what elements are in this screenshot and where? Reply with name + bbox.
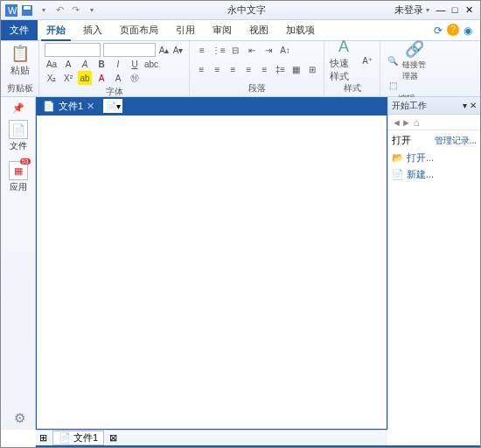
doc-icon: 📄: [9, 120, 28, 139]
doc-tab-active[interactable]: 📄文件1✕: [36, 98, 101, 115]
shading-icon[interactable]: ▦: [289, 62, 303, 76]
group-font: A▴ A▾ Aa A A B I U abc X₂ X² ab A A ㊕ 字体: [39, 41, 190, 96]
task-pane: 开始工作 ▾✕ ◄ ► ⌂ 打开 管理记录... 📂打开... 📄新建...: [387, 97, 480, 430]
font-color-icon[interactable]: A: [94, 71, 108, 85]
menu-bar: 文件 开始 插入 页面布局 引用 审阅 视图 加载项 ⟳ ? ◉: [1, 20, 480, 41]
tab-addin[interactable]: 加载项: [277, 20, 324, 40]
line-spacing-icon[interactable]: ‡≡: [274, 62, 287, 76]
distribute-icon[interactable]: ≡: [258, 62, 271, 76]
justify-icon[interactable]: ≡: [242, 62, 255, 76]
back-icon[interactable]: ◄: [392, 117, 401, 128]
new-tab-button[interactable]: 📄▾: [103, 99, 122, 113]
app-icon: W: [4, 4, 18, 18]
refresh-icon[interactable]: ⟳: [431, 24, 445, 38]
font-size-combo[interactable]: [103, 43, 156, 57]
find-icon[interactable]: 🔍: [386, 53, 400, 67]
align-text-icon[interactable]: A↕: [278, 43, 292, 57]
fwd-icon[interactable]: ►: [401, 117, 411, 128]
tab-close-icon[interactable]: ✕: [87, 101, 94, 112]
window-title: 永中文字: [99, 4, 394, 17]
qa-chevron-icon[interactable]: ▾: [85, 4, 99, 18]
sup-icon[interactable]: X²: [61, 71, 75, 85]
link-mgr-button[interactable]: 🔗链接管理器: [402, 43, 427, 78]
style-more-icon[interactable]: A⁺: [360, 53, 374, 67]
tab-view[interactable]: 视图: [240, 20, 277, 40]
tab-layout[interactable]: 页面布局: [111, 20, 167, 40]
login-status[interactable]: 未登录▾: [394, 4, 429, 17]
sidebar-item-app[interactable]: ▦53 应用: [6, 158, 31, 196]
expand-icon[interactable]: ⊞: [39, 432, 47, 444]
tab-home[interactable]: 开始: [38, 20, 74, 40]
svg-rect-3: [24, 6, 31, 10]
highlight-icon[interactable]: ab: [78, 71, 92, 85]
doc-tab-bar: 📄文件1✕ 📄▾: [36, 97, 387, 115]
italic-icon[interactable]: I: [111, 57, 125, 71]
pane-close-icon[interactable]: ✕: [470, 101, 477, 110]
paste-button[interactable]: 📋粘贴: [6, 43, 34, 78]
doc-strip: ⊞ 📄文件1 ⊠: [36, 430, 387, 445]
new-item[interactable]: 📄新建...: [392, 166, 477, 183]
border-icon[interactable]: ⊞: [305, 62, 318, 76]
quick-access: W ▾ ↶ ↷ ▾: [1, 4, 99, 18]
case-icon[interactable]: A: [61, 57, 75, 71]
newdoc-icon: 📄: [392, 169, 404, 180]
title-bar: W ▾ ↶ ↷ ▾ 永中文字 未登录▾ — □ ✕: [1, 1, 480, 20]
document-canvas[interactable]: [36, 115, 387, 430]
underline-icon[interactable]: U: [128, 57, 142, 71]
manage-link[interactable]: 管理记录...: [435, 135, 477, 147]
folder-icon: 📂: [392, 152, 404, 164]
app-grid-icon: ▦53: [9, 161, 28, 180]
sub-icon[interactable]: X₂: [45, 71, 59, 85]
font-name-combo[interactable]: [45, 43, 101, 57]
select-icon[interactable]: ⬚: [386, 78, 400, 92]
undo-icon[interactable]: ↶: [52, 4, 66, 18]
pane-nav: ◄ ► ⌂: [388, 115, 480, 130]
outdent-icon[interactable]: ⇤: [245, 43, 259, 57]
group-clipboard: 📋粘贴 剪贴板: [1, 41, 39, 96]
sidebar-item-file[interactable]: 📄 文件: [6, 117, 31, 155]
open-item[interactable]: 📂打开...: [392, 150, 477, 166]
tab-file[interactable]: 文件: [1, 20, 38, 40]
side-nav: 📌 📄 文件 ▦53 应用 ⚙: [1, 97, 36, 430]
char-scale-icon[interactable]: A: [111, 71, 125, 85]
pin-icon[interactable]: 📌: [12, 102, 24, 114]
redo-icon[interactable]: ↷: [68, 4, 82, 18]
strip-close-icon[interactable]: ⊠: [109, 432, 117, 444]
align-right-icon[interactable]: ≡: [227, 62, 240, 76]
group-paragraph: ≡ ⋮≡ ⊟ ⇤ ⇥ A↕ ≡ ≡ ≡ ≡ ≡ ‡≡ ▦ ⊞ 段落: [190, 41, 324, 96]
tab-ref[interactable]: 引用: [167, 20, 204, 40]
enclose-icon[interactable]: ㊕: [128, 71, 142, 85]
task-pane-header: 开始工作 ▾✕: [388, 97, 480, 115]
bold-icon[interactable]: B: [94, 57, 108, 71]
strike-icon[interactable]: abc: [144, 57, 158, 71]
save-icon[interactable]: [20, 4, 34, 18]
tab-insert[interactable]: 插入: [74, 20, 111, 40]
doc-strip-tab[interactable]: 📄文件1: [52, 430, 104, 445]
align-center-icon[interactable]: ≡: [211, 62, 224, 76]
qa-dropdown-icon[interactable]: ▾: [37, 4, 51, 18]
ribbon: 📋粘贴 剪贴板 A▴ A▾ Aa A A B I U abc X₂ X² ab …: [1, 41, 480, 97]
clear-icon[interactable]: Aa: [45, 57, 59, 71]
tab-review[interactable]: 审阅: [204, 20, 240, 40]
gear-icon[interactable]: ⚙: [14, 410, 25, 426]
close-icon[interactable]: ✕: [463, 4, 475, 16]
main-area: 📄文件1✕ 📄▾: [36, 97, 387, 430]
group-style: A快速样式 A⁺ 样式: [324, 41, 380, 96]
multilevel-icon[interactable]: ⊟: [228, 43, 242, 57]
shrink-font-icon[interactable]: A▾: [172, 43, 184, 57]
home-icon[interactable]: ⌂: [414, 117, 420, 128]
indent-icon[interactable]: ⇥: [261, 43, 275, 57]
minimize-icon[interactable]: —: [435, 4, 447, 16]
help-icon[interactable]: ?: [447, 24, 459, 36]
numbering-icon[interactable]: ⋮≡: [212, 43, 226, 57]
align-left-icon[interactable]: ≡: [195, 62, 208, 76]
group-edit: 🔍 🔗链接管理器 ⬚ 编辑: [380, 41, 433, 96]
grow-font-icon[interactable]: A▴: [158, 43, 170, 57]
style-icon[interactable]: A: [78, 57, 92, 71]
content-area: 📌 📄 文件 ▦53 应用 ⚙ 📄文件1✕ 📄▾ 开始工作 ▾✕ ◄ ► ⌂: [1, 97, 480, 430]
maximize-icon[interactable]: □: [449, 4, 461, 16]
quick-style-button[interactable]: A快速样式: [330, 43, 358, 78]
pane-menu-icon[interactable]: ▾: [463, 101, 467, 110]
help2-icon[interactable]: ◉: [461, 24, 475, 38]
bullets-icon[interactable]: ≡: [195, 43, 209, 57]
